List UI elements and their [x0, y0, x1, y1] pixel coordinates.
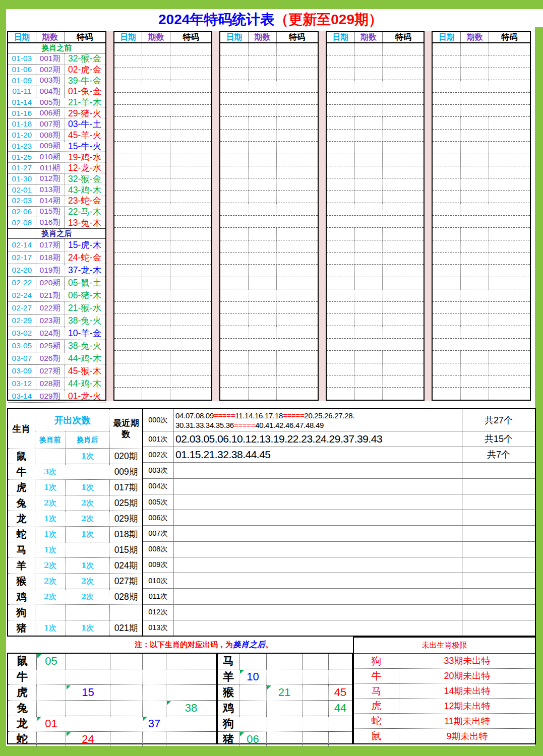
code-cell: 01: [37, 716, 66, 731]
code-cell: 15-牛-火: [65, 141, 105, 152]
count-before-cell: 2次: [35, 574, 66, 589]
period-cell: 021期: [36, 289, 65, 301]
empty-cell: [327, 105, 355, 116]
empty-cell: [383, 55, 424, 67]
freq-total: [462, 557, 535, 573]
empty-row: [433, 289, 530, 301]
empty-cell: [249, 130, 277, 141]
page: 2024年特码统计表（更新至029期） 日期 期数 特码 换肖之前 01-03 …: [0, 0, 543, 756]
empty-cell: [355, 43, 383, 55]
empty-row: [220, 166, 318, 178]
zodiac-name: 猴: [218, 685, 239, 700]
freq-label: 004次: [143, 479, 173, 494]
empty-cell: [461, 388, 489, 399]
empty-cell: [433, 216, 461, 227]
empty-cell: [142, 130, 170, 141]
code-cell: 32-猴-金: [65, 174, 105, 184]
zodiac-code-row: 羊 10: [218, 669, 352, 685]
empty-cell: [489, 105, 530, 116]
draw-row: 03-12 028期 44-鸡-木: [8, 377, 105, 390]
code-cell: 45-猴-木: [65, 365, 105, 377]
empty-cell: [170, 363, 211, 375]
freq-row: 011次: [143, 589, 535, 604]
date-cell: 01-27: [8, 163, 36, 173]
empty-cell: [383, 154, 424, 166]
date-cell: 01-25: [8, 152, 36, 162]
empty-cell: [277, 142, 318, 153]
zodiac-name: 兔: [8, 701, 37, 716]
freq-total: [462, 479, 535, 494]
zodiac-name: 虎: [8, 685, 37, 700]
empty-cell: [327, 375, 355, 387]
frame-bottom: [6, 746, 535, 756]
group-header: 日期 期数 特码: [327, 32, 424, 43]
empty-row: [327, 216, 424, 228]
code-cell: 03-牛-土: [65, 119, 105, 130]
empty-row: [114, 277, 212, 289]
empty-cell: [489, 289, 530, 301]
freq-numbers: 04.07.08.09=====11.14.16.17.18=====20.25…: [173, 409, 462, 431]
header-date: 日期: [8, 32, 36, 42]
empty-row: [327, 302, 424, 314]
empty-cell: [114, 154, 143, 166]
empty-cell: [355, 265, 383, 276]
empty-cell: [142, 68, 170, 80]
count-before-cell: 2次: [35, 589, 66, 604]
code-cell: 22-马-木: [65, 207, 105, 217]
empty-cell: [249, 105, 277, 116]
count-before-cell: 2次: [35, 558, 66, 573]
code-cell: [37, 701, 66, 716]
code-cell: [110, 654, 143, 669]
group-header: 日期 期数 特码: [220, 32, 318, 43]
zodiac-name: 鼠: [354, 729, 399, 743]
empty-cell: [249, 228, 277, 239]
empty-cell: [327, 253, 355, 264]
empty-cell: [142, 363, 170, 375]
empty-cell: [327, 178, 355, 190]
empty-row: [327, 351, 424, 363]
empty-row: [114, 68, 212, 80]
empty-cell: [170, 228, 211, 239]
empty-cell: [433, 326, 461, 338]
zodiac-name: 牛: [8, 464, 35, 479]
empty-cell: [142, 142, 170, 153]
header-period: 期数: [36, 32, 65, 42]
code-cell: [37, 732, 66, 747]
empty-cell: [461, 351, 489, 362]
date-cell: 03-05: [8, 340, 36, 352]
empty-cell: [170, 142, 211, 153]
empty-cell: [114, 130, 143, 141]
empty-cell: [383, 339, 424, 350]
empty-row: [433, 253, 530, 265]
empty-cell: [249, 240, 277, 252]
empty-cell: [170, 68, 211, 80]
empty-cell: [433, 130, 461, 141]
empty-cell: [114, 203, 143, 215]
empty-cell: [433, 203, 461, 215]
draw-row: 02-17 018期 24-蛇-金: [8, 251, 105, 264]
empty-row: [433, 351, 530, 363]
code-cell: 37: [143, 716, 166, 731]
zodiac-code-row: 马: [218, 654, 352, 669]
empty-cell: [277, 326, 318, 338]
empty-row: [433, 105, 530, 117]
freq-total: [462, 605, 535, 620]
empty-cell: [461, 375, 489, 387]
empty-cell: [114, 166, 143, 178]
empty-cell: [433, 375, 461, 387]
draw-row: 01-11 004期 01-兔-金: [8, 86, 105, 97]
empty-row: [220, 191, 318, 203]
empty-cell: [277, 105, 318, 116]
freq-seg: 11.14.16.17.18: [235, 411, 283, 420]
empty-cell: [433, 105, 461, 116]
empty-cell: [489, 55, 530, 67]
code-cell: [267, 732, 303, 747]
zodiac-name: 鼠: [8, 449, 35, 464]
empty-cell: [355, 277, 383, 289]
count-before-cell: 1次: [35, 480, 66, 495]
empty-cell: [433, 178, 461, 190]
empty-cell: [433, 117, 461, 129]
empty-row: [433, 216, 530, 228]
empty-cell: [355, 302, 383, 313]
empty-cell: [489, 142, 530, 153]
